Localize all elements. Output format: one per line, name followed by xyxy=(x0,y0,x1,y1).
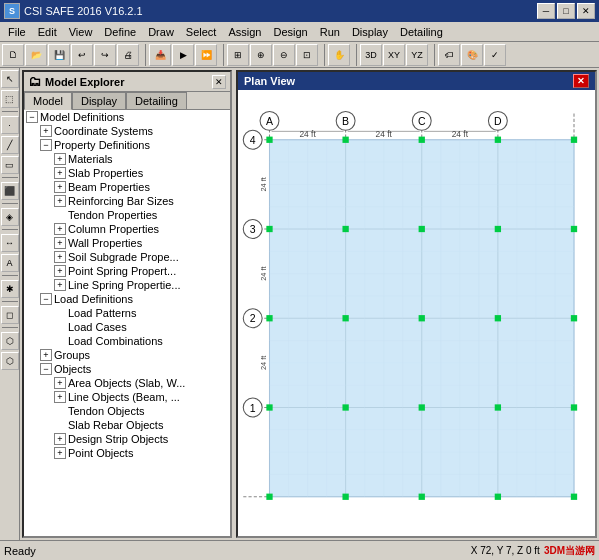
print-toolbar-button[interactable]: 🖨 xyxy=(117,44,139,66)
tree-item-load-patterns[interactable]: Load Patterns xyxy=(24,306,230,320)
tree-item-load-cases[interactable]: Load Cases xyxy=(24,320,230,334)
pointer-tool[interactable]: ↖ xyxy=(1,70,19,88)
explorer-header: 🗂 Model Explorer ✕ xyxy=(24,72,230,92)
menu-item-edit[interactable]: Edit xyxy=(32,22,63,41)
tree-expander-col-props[interactable]: + xyxy=(54,223,66,235)
tree-item-coord-sys[interactable]: +Coordinate Systems xyxy=(24,124,230,138)
explorer-tab-display[interactable]: Display xyxy=(72,92,126,109)
open-toolbar-button[interactable]: 📂 xyxy=(25,44,47,66)
label-tool[interactable]: A xyxy=(1,254,19,272)
tree-item-col-props[interactable]: +Column Properties xyxy=(24,222,230,236)
tree-expander-line-spring[interactable]: + xyxy=(54,279,66,291)
run-analysis-toolbar-button[interactable]: ⏩ xyxy=(195,44,217,66)
menu-item-assign[interactable]: Assign xyxy=(222,22,267,41)
draw-line-tool[interactable]: ╱ xyxy=(1,136,19,154)
menu-item-run[interactable]: Run xyxy=(314,22,346,41)
display1-toolbar-button[interactable]: 🏷 xyxy=(438,44,460,66)
tree-expander-coord-sys[interactable]: + xyxy=(40,125,52,137)
tree-expander-materials[interactable]: + xyxy=(54,153,66,165)
tree-item-pt-spring[interactable]: +Point Spring Propert... xyxy=(24,264,230,278)
new-toolbar-button[interactable]: 🗋 xyxy=(2,44,24,66)
edit-pt-tool[interactable]: ◈ xyxy=(1,208,19,226)
redo-toolbar-button[interactable]: ↪ xyxy=(94,44,116,66)
menu-item-view[interactable]: View xyxy=(63,22,99,41)
tree-expander-point-objects[interactable]: + xyxy=(54,447,66,459)
tree-item-line-spring[interactable]: +Line Spring Propertie... xyxy=(24,278,230,292)
xy-toolbar-button[interactable]: XY xyxy=(383,44,405,66)
draw-point-tool[interactable]: · xyxy=(1,116,19,134)
tree-expander-prop-defs[interactable]: − xyxy=(40,139,52,151)
snap-tool[interactable]: ✱ xyxy=(1,280,19,298)
close-button[interactable]: ✕ xyxy=(577,3,595,19)
display2-toolbar-button[interactable]: 🎨 xyxy=(461,44,483,66)
tree-expander-objects[interactable]: − xyxy=(40,363,52,375)
tree-item-prop-defs[interactable]: −Property Definitions xyxy=(24,138,230,152)
save-toolbar-button[interactable]: 💾 xyxy=(48,44,70,66)
draw-area-tool[interactable]: ▭ xyxy=(1,156,19,174)
tree-item-groups[interactable]: +Groups xyxy=(24,348,230,362)
maximize-button[interactable]: □ xyxy=(557,3,575,19)
run-model-toolbar-button[interactable]: ▶ xyxy=(172,44,194,66)
menu-item-file[interactable]: File xyxy=(2,22,32,41)
yz-toolbar-button[interactable]: YZ xyxy=(406,44,428,66)
explorer-tab-model[interactable]: Model xyxy=(24,92,72,110)
menu-item-display[interactable]: Display xyxy=(346,22,394,41)
zoom-all-toolbar-button[interactable]: ⊡ xyxy=(296,44,318,66)
plan-view-close-button[interactable]: ✕ xyxy=(573,74,589,88)
tree-item-line-objects[interactable]: +Line Objects (Beam, ... xyxy=(24,390,230,404)
tree-item-load-defs[interactable]: −Load Definitions xyxy=(24,292,230,306)
tool2-tool[interactable]: ⬡ xyxy=(1,352,19,370)
plan-view-container: Plan View ✕ ABCD432124 ft24 ft24 ft24 ft… xyxy=(236,70,597,538)
tree-item-slab-props[interactable]: +Slab Properties xyxy=(24,166,230,180)
tree-item-design-strip[interactable]: +Design Strip Objects xyxy=(24,432,230,446)
tree-expander-wall-props[interactable]: + xyxy=(54,237,66,249)
tree-item-beam-props[interactable]: +Beam Properties xyxy=(24,180,230,194)
zoom-out-toolbar-button[interactable]: ⊖ xyxy=(273,44,295,66)
undo-toolbar-button[interactable]: ↩ xyxy=(71,44,93,66)
menu-item-select[interactable]: Select xyxy=(180,22,223,41)
explorer-tree[interactable]: −Model Definitions+Coordinate Systems−Pr… xyxy=(24,110,230,536)
tree-expander-model-defs[interactable]: − xyxy=(26,111,38,123)
menu-item-design[interactable]: Design xyxy=(267,22,313,41)
tree-item-objects[interactable]: −Objects xyxy=(24,362,230,376)
menu-item-draw[interactable]: Draw xyxy=(142,22,180,41)
tree-item-load-combos[interactable]: Load Combinations xyxy=(24,334,230,348)
tree-item-slab-rebar[interactable]: Slab Rebar Objects xyxy=(24,418,230,432)
tree-item-rebar-size[interactable]: +Reinforcing Bar Sizes xyxy=(24,194,230,208)
explorer-tab-detailing[interactable]: Detailing xyxy=(126,92,187,109)
tree-item-materials[interactable]: +Materials xyxy=(24,152,230,166)
3d-toolbar-button[interactable]: 3D xyxy=(360,44,382,66)
zoom-rect-toolbar-button[interactable]: ⊞ xyxy=(227,44,249,66)
tree-expander-groups[interactable]: + xyxy=(40,349,52,361)
dimension-tool[interactable]: ↔ xyxy=(1,234,19,252)
tree-item-soil-subgrade[interactable]: +Soil Subgrade Prope... xyxy=(24,250,230,264)
tree-expander-load-defs[interactable]: − xyxy=(40,293,52,305)
tree-expander-slab-props[interactable]: + xyxy=(54,167,66,179)
tree-expander-rebar-size[interactable]: + xyxy=(54,195,66,207)
minimize-button[interactable]: ─ xyxy=(537,3,555,19)
pan-toolbar-button[interactable]: ✋ xyxy=(328,44,350,66)
menu-item-detailing[interactable]: Detailing xyxy=(394,22,449,41)
tree-expander-soil-subgrade[interactable]: + xyxy=(54,251,66,263)
tree-item-wall-props[interactable]: +Wall Properties xyxy=(24,236,230,250)
view-3d-tool[interactable]: ◻ xyxy=(1,306,19,324)
tool1-tool[interactable]: ⬡ xyxy=(1,332,19,350)
menu-item-define[interactable]: Define xyxy=(98,22,142,41)
check-toolbar-button[interactable]: ✓ xyxy=(484,44,506,66)
tree-item-area-objects[interactable]: +Area Objects (Slab, W... xyxy=(24,376,230,390)
extrude-tool[interactable]: ⬛ xyxy=(1,182,19,200)
tree-item-model-defs[interactable]: −Model Definitions xyxy=(24,110,230,124)
tree-expander-design-strip[interactable]: + xyxy=(54,433,66,445)
explorer-close-button[interactable]: ✕ xyxy=(212,75,226,89)
tree-expander-area-objects[interactable]: + xyxy=(54,377,66,389)
tree-item-point-objects[interactable]: +Point Objects xyxy=(24,446,230,460)
tree-expander-beam-props[interactable]: + xyxy=(54,181,66,193)
tree-expander-pt-spring[interactable]: + xyxy=(54,265,66,277)
tree-item-tendon-props[interactable]: Tendon Properties xyxy=(24,208,230,222)
svg-text:24 ft: 24 ft xyxy=(376,129,393,139)
tree-item-tendon-objects[interactable]: Tendon Objects xyxy=(24,404,230,418)
rubber-band-tool[interactable]: ⬚ xyxy=(1,90,19,108)
import-toolbar-button[interactable]: 📥 xyxy=(149,44,171,66)
tree-expander-line-objects[interactable]: + xyxy=(54,391,66,403)
zoom-in-toolbar-button[interactable]: ⊕ xyxy=(250,44,272,66)
